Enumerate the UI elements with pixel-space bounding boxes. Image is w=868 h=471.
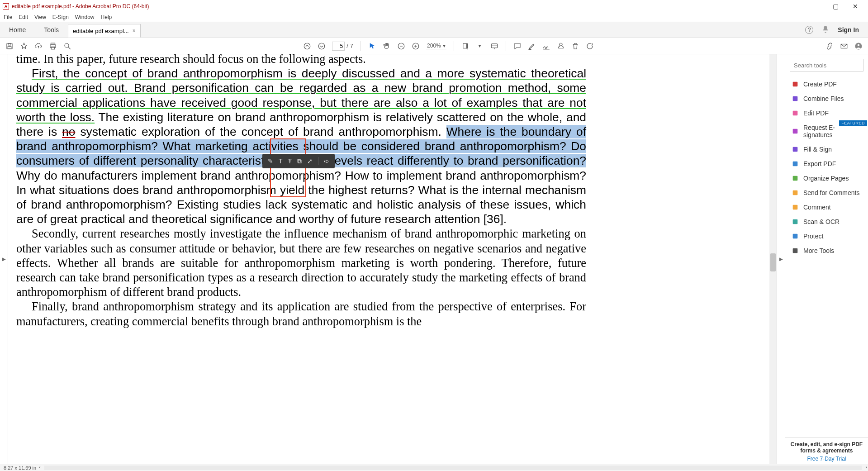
tool-comment[interactable]: Comment: [785, 200, 868, 214]
highlight-selection-icon[interactable]: ✎: [268, 157, 273, 165]
hand-tool-icon[interactable]: [383, 42, 391, 50]
svg-rect-30: [793, 190, 798, 195]
page-dimensions: 8.27 x 11.69 in: [4, 465, 36, 471]
menu-file[interactable]: File: [4, 14, 12, 20]
strikethrough-icon[interactable]: Ŧ: [288, 157, 292, 165]
zoom-out-icon[interactable]: [397, 42, 405, 50]
document-viewport[interactable]: time. In this paper, future research sho…: [8, 54, 777, 464]
email-icon[interactable]: [840, 42, 848, 50]
highlight-icon[interactable]: [528, 42, 536, 50]
tool-icon: [792, 189, 799, 196]
page-up-icon[interactable]: [303, 42, 311, 50]
menu-help[interactable]: Help: [101, 14, 112, 20]
tool-more-tools[interactable]: More Tools: [785, 243, 868, 258]
rotate-icon[interactable]: [586, 42, 594, 50]
add-text-icon[interactable]: T: [279, 157, 283, 165]
tool-organize-pages[interactable]: Organize Pages: [785, 171, 868, 186]
svg-rect-15: [463, 43, 467, 48]
cloud-upload-icon[interactable]: [34, 42, 43, 50]
menu-esign[interactable]: E-Sign: [52, 14, 69, 20]
svg-point-6: [65, 43, 69, 48]
tool-label: Fill & Sign: [803, 146, 832, 153]
print-icon[interactable]: [49, 42, 57, 50]
tab-home[interactable]: Home: [0, 22, 35, 38]
tool-send-for-comments[interactable]: Send for Comments: [785, 186, 868, 200]
window-minimize-button[interactable]: —: [806, 0, 825, 13]
tool-protect[interactable]: Protect: [785, 229, 868, 243]
delete-icon[interactable]: [571, 42, 579, 50]
tool-label: Export PDF: [803, 160, 836, 167]
menu-view[interactable]: View: [34, 14, 46, 20]
tool-icon: [792, 204, 799, 211]
page-current-input[interactable]: [332, 42, 345, 51]
doc-text: Finally, brand anthropomorphism strategy…: [16, 299, 586, 328]
pdf-page: time. In this paper, future research sho…: [16, 54, 586, 328]
tool-label: Protect: [803, 233, 823, 240]
doc-text: First, the concept of brand anthropomorp…: [16, 66, 586, 226]
separator: [318, 157, 318, 165]
svg-point-22: [858, 44, 860, 46]
scrollbar-thumb[interactable]: [770, 253, 776, 271]
more-actions-icon[interactable]: ➪: [324, 157, 329, 165]
window-maximize-button[interactable]: ▢: [825, 0, 845, 13]
read-mode-icon[interactable]: [490, 42, 498, 50]
sign-in-button[interactable]: Sign In: [838, 26, 859, 33]
svg-rect-25: [793, 111, 798, 116]
vertical-scrollbar[interactable]: [769, 54, 777, 464]
window-close-button[interactable]: ✕: [845, 0, 865, 13]
tool-label: Comment: [803, 204, 831, 211]
menu-window[interactable]: Window: [75, 14, 95, 20]
find-icon[interactable]: [63, 42, 71, 50]
fit-width-icon[interactable]: [461, 42, 470, 50]
fit-page-dropdown-icon[interactable]: ▾: [476, 42, 484, 50]
strikeout-annotation[interactable]: no: [62, 125, 75, 138]
tab-document-close[interactable]: ×: [133, 28, 136, 34]
tool-icon: [792, 218, 799, 225]
featured-badge: FEATURED: [839, 120, 867, 126]
menu-edit[interactable]: Edit: [19, 14, 28, 20]
tool-icon: [792, 95, 799, 102]
promo-trial-link[interactable]: Free 7-Day Trial: [788, 456, 865, 462]
search-tools-input[interactable]: [790, 59, 863, 71]
svg-rect-2: [8, 46, 11, 48]
title-bar: A editable pdf example.pdf - Adobe Acrob…: [0, 0, 868, 13]
page-indicator: / 7: [332, 42, 353, 51]
help-icon[interactable]: ?: [805, 26, 813, 34]
tool-edit-pdf[interactable]: Edit PDF: [785, 106, 868, 120]
right-panel-toggle[interactable]: ▶: [777, 54, 785, 464]
tab-document[interactable]: editable pdf exampl... ×: [68, 24, 141, 38]
tool-scan-ocr[interactable]: Scan & OCR: [785, 214, 868, 229]
left-panel-toggle[interactable]: ▶: [0, 54, 8, 464]
stamp-icon[interactable]: [557, 42, 565, 50]
svg-rect-29: [793, 176, 798, 181]
star-icon[interactable]: [20, 42, 28, 50]
tool-export-pdf[interactable]: Export PDF: [785, 157, 868, 171]
sign-icon[interactable]: [542, 42, 550, 50]
tool-create-pdf[interactable]: Create PDF: [785, 77, 868, 91]
sticky-note-icon[interactable]: [513, 42, 522, 50]
horizontal-scrollbar[interactable]: [44, 466, 862, 470]
zoom-dropdown[interactable]: 200% ▾: [426, 43, 446, 49]
zoom-in-icon[interactable]: [412, 42, 420, 50]
edit-crop-icon[interactable]: ⤢: [307, 157, 313, 165]
svg-rect-5: [51, 47, 55, 49]
tool-fill-sign[interactable]: Fill & Sign: [785, 142, 868, 157]
tool-request-e-signatures[interactable]: Request E-signaturesFEATURED: [785, 120, 868, 142]
doc-text: Secondly, current researches mostly inve…: [16, 226, 586, 299]
tab-tools[interactable]: Tools: [35, 22, 68, 38]
tool-icon: [792, 233, 799, 240]
tool-icon: [792, 128, 799, 135]
window-title: editable pdf example.pdf - Adobe Acrobat…: [12, 3, 149, 10]
svg-rect-24: [793, 96, 798, 101]
save-icon[interactable]: [5, 42, 14, 50]
share-link-icon[interactable]: [825, 42, 834, 50]
tool-combine-files[interactable]: Combine Files: [785, 91, 868, 106]
page-down-icon[interactable]: [318, 42, 326, 50]
svg-rect-27: [793, 147, 798, 152]
tool-label: Send for Comments: [803, 189, 860, 196]
notifications-icon[interactable]: [821, 25, 830, 35]
selection-tool-icon[interactable]: [368, 42, 376, 50]
account-icon[interactable]: [854, 42, 863, 50]
copy-icon[interactable]: ⧉: [297, 157, 302, 165]
svg-rect-33: [793, 234, 798, 239]
